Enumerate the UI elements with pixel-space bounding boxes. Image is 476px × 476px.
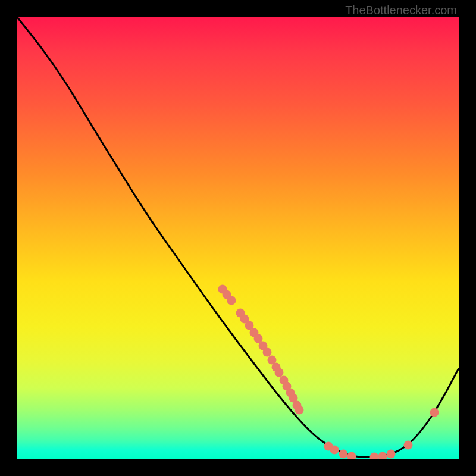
data-point	[295, 406, 304, 415]
data-point	[378, 452, 387, 459]
data-point	[347, 452, 356, 459]
scatter-dots	[218, 285, 439, 459]
data-point	[339, 450, 348, 459]
data-point	[275, 368, 284, 377]
data-point	[330, 446, 339, 455]
chart-area	[17, 17, 459, 459]
data-point	[370, 453, 379, 459]
bottleneck-curve	[17, 17, 459, 457]
data-point	[227, 296, 236, 305]
watermark-text: TheBottlenecker.com	[345, 4, 457, 17]
data-point	[404, 441, 413, 450]
data-point	[263, 348, 272, 357]
data-point	[430, 408, 439, 417]
chart-svg	[17, 17, 459, 459]
data-point	[387, 450, 396, 459]
